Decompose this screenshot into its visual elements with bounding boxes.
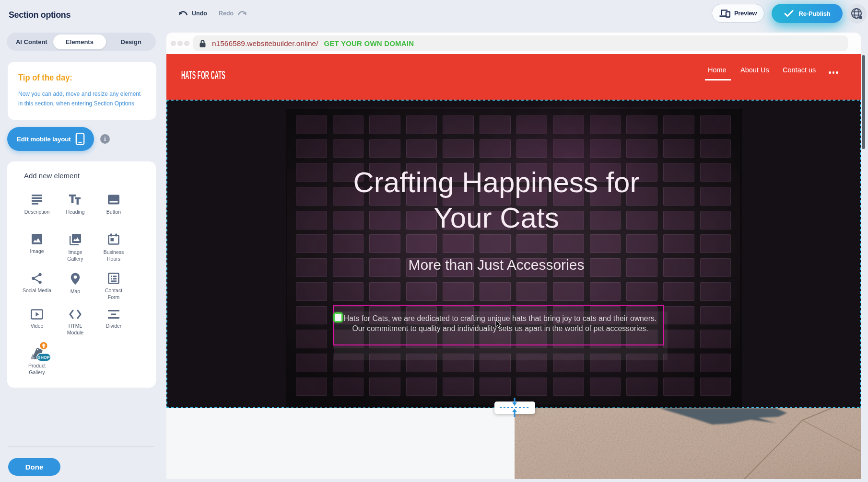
svg-text:SHOP: SHOP	[38, 355, 50, 360]
